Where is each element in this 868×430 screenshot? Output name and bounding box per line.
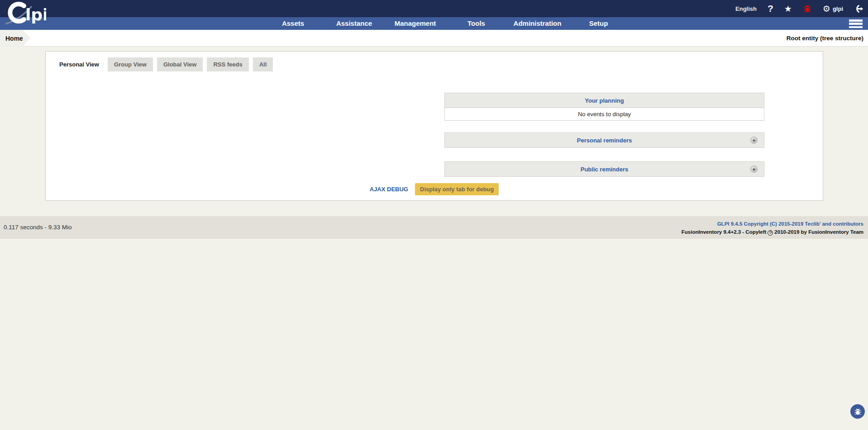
central-panel: Personal View Group View Global View RSS… xyxy=(45,51,823,201)
gear-icon: ⚙ xyxy=(823,4,830,14)
debug-row: AJAX DEBUG Display only tab for debug xyxy=(46,183,823,195)
breadcrumb-home[interactable]: Home xyxy=(0,30,23,47)
debug-mode-icon[interactable] xyxy=(803,4,812,13)
topbar-actions: English ? ★ ⚙ glpi xyxy=(735,0,863,17)
menu-tools[interactable]: Tools xyxy=(446,17,507,30)
logout-icon[interactable] xyxy=(854,5,863,13)
username: glpi xyxy=(833,5,843,12)
public-reminders-widget: Public reminders + xyxy=(444,161,764,177)
glpi-copyright-link[interactable]: GLPI 9.4.5 Copyright (C) 2015-2019 Tecli… xyxy=(682,220,863,228)
menu-setup[interactable]: Setup xyxy=(568,17,629,30)
footer: 0.117 seconds - 9.33 Mio GLPI 9.4.5 Copy… xyxy=(0,216,868,239)
menu-assets[interactable]: Assets xyxy=(262,17,324,30)
tab-group-view[interactable]: Group View xyxy=(108,57,153,71)
menu-assistance[interactable]: Assistance xyxy=(324,17,385,30)
personal-reminders-header: Personal reminders + xyxy=(444,132,764,148)
planning-widget-title[interactable]: Your planning xyxy=(585,97,624,104)
menu-management[interactable]: Management xyxy=(385,17,446,30)
main-menu: Assets Assistance Management Tools Admin… xyxy=(262,17,629,30)
performance-stats: 0.117 seconds - 9.33 Mio xyxy=(4,216,72,239)
public-reminders-header: Public reminders + xyxy=(444,161,764,177)
tab-global-view[interactable]: Global View xyxy=(157,57,203,71)
tab-all[interactable]: All xyxy=(253,57,273,71)
tab-personal-view[interactable]: Personal View xyxy=(55,57,104,71)
copyleft-icon: Ɔ xyxy=(768,230,773,236)
entity-selector[interactable]: Root entity (tree structure) xyxy=(787,30,863,47)
personal-reminders-title[interactable]: Personal reminders xyxy=(577,137,632,144)
public-reminders-title[interactable]: Public reminders xyxy=(581,166,628,173)
user-settings[interactable]: ⚙ glpi xyxy=(823,4,843,14)
glpi-logo-icon: lpi xyxy=(4,2,46,25)
add-public-reminder-icon[interactable]: + xyxy=(750,165,758,173)
glpi-logo[interactable]: lpi xyxy=(4,2,46,27)
hamburger-menu-icon[interactable] xyxy=(849,19,863,28)
copyright-block: GLPI 9.4.5 Copyright (C) 2015-2019 Tecli… xyxy=(682,220,863,236)
breadcrumb: Home Root entity (tree structure) xyxy=(0,30,868,47)
language-selector[interactable]: English xyxy=(735,5,757,12)
view-tabs: Personal View Group View Global View RSS… xyxy=(55,57,273,71)
fusioninventory-copyright: FusionInventory 9.4+2.3 - CopyleftƆ2010-… xyxy=(682,228,863,236)
add-personal-reminder-icon[interactable]: + xyxy=(750,137,758,144)
planning-widget: Your planning No events to display xyxy=(444,93,764,121)
debug-fab-button[interactable] xyxy=(850,404,865,419)
breadcrumb-home-label: Home xyxy=(5,35,23,42)
fusion-copy-pre: FusionInventory 9.4+2.3 - Copyleft xyxy=(682,229,767,235)
ajax-debug-link[interactable]: AJAX DEBUG xyxy=(370,186,408,193)
menu-administration[interactable]: Administration xyxy=(507,17,568,30)
planning-widget-header: Your planning xyxy=(444,93,764,108)
help-icon[interactable]: ? xyxy=(768,3,773,14)
personal-reminders-widget: Personal reminders + xyxy=(444,132,764,148)
display-debug-tab-button[interactable]: Display only tab for debug xyxy=(415,183,499,195)
tab-rss-feeds[interactable]: RSS feeds xyxy=(207,57,248,71)
bug-icon xyxy=(854,408,862,416)
fusion-copy-post: 2010-2019 by FusionInventory Team xyxy=(774,229,863,235)
svg-text:lpi: lpi xyxy=(25,5,46,24)
bookmark-icon[interactable]: ★ xyxy=(784,4,792,14)
planning-empty-message: No events to display xyxy=(444,108,764,121)
